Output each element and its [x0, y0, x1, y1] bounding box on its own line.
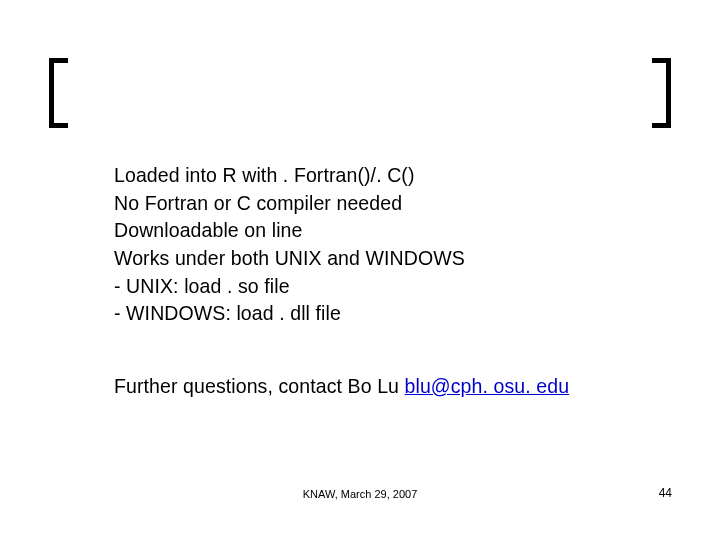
body-line-6: - WINDOWS: load . dll file [114, 300, 634, 328]
body-line-4: Works under both UNIX and WINDOWS [114, 245, 634, 273]
contact-email-link[interactable]: blu@cph. osu. edu [405, 375, 570, 397]
body-line-1: Loaded into R with . Fortran()/. C() [114, 162, 634, 190]
body-line-2: No Fortran or C compiler needed [114, 190, 634, 218]
body-text-block: Loaded into R with . Fortran()/. C() No … [114, 162, 634, 328]
footer-page-number: 44 [659, 486, 672, 500]
title-bracket-right [652, 58, 671, 128]
body-line-3: Downloadable on line [114, 217, 634, 245]
contact-prefix: Further questions, contact Bo Lu [114, 375, 405, 397]
footer-date: KNAW, March 29, 2007 [0, 488, 720, 500]
body-line-5: - UNIX: load . so file [114, 273, 634, 301]
title-bracket-left [49, 58, 68, 128]
slide: Loaded into R with . Fortran()/. C() No … [0, 0, 720, 540]
contact-line: Further questions, contact Bo Lu blu@cph… [114, 375, 674, 398]
